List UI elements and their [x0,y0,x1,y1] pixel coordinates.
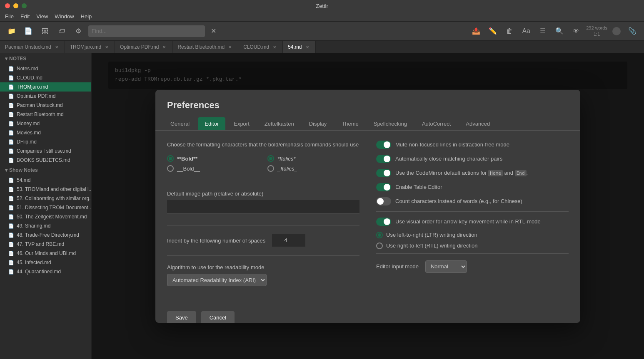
content-area: buildpkg -p repo-add TROMrepo.db.tar.gz … [92,53,644,359]
file-icon: 📄 [8,187,14,192]
menu-file[interactable]: File [5,13,14,20]
tab-close-54[interactable]: ✕ [305,44,310,50]
tab-theme[interactable]: Theme [335,117,365,130]
word-count: 292 words 1:1 [586,25,607,37]
tab-pacman[interactable]: Pacman Unstuck.md ✕ [0,41,65,53]
notes-section-header[interactable]: ▾ NOTES [0,53,91,64]
sidebar-item-51[interactable]: 📄 51. Dissecting TROM Document... [0,203,91,212]
radio-bold-underscore[interactable]: __Bold__ [167,165,259,172]
sidebar-item-pacman[interactable]: 📄 Pacman Unstuck.md [0,101,91,110]
tab-close-tromjaro[interactable]: ✕ [104,44,110,50]
toggle-visual-order[interactable] [376,218,391,226]
sidebar-item-optimize[interactable]: 📄 Optimize PDF.md [0,92,91,101]
toggle-close-pairs[interactable] [376,155,391,163]
cancel-button[interactable]: Cancel [201,311,235,323]
tab-tromjaro[interactable]: TROMjaro.md ✕ [65,41,115,53]
tab-restart[interactable]: Restart Bluetooth.md ✕ [172,41,238,53]
circle-button[interactable] [612,27,621,35]
menu-edit[interactable]: Edit [20,13,30,20]
sidebar-item-dflip[interactable]: 📄 DFlip.md [0,137,91,146]
menu-help[interactable]: Help [81,13,92,20]
toggle-codemirror[interactable] [376,169,391,177]
indent-label: Indent by the following number of spaces [167,238,265,244]
tab-close-pacman[interactable]: ✕ [54,44,60,50]
open-folder-button[interactable]: 📁 [5,25,18,38]
sidebar-item-45[interactable]: 📄 45. Infected.md [0,258,91,267]
tab-editor[interactable]: Editor [198,117,225,130]
sidebar-item-books[interactable]: 📄 BOOKS SUBJETCS.md [0,156,91,165]
sidebar-item-44[interactable]: 📄 44. Quarantined.md [0,267,91,276]
tab-close-optimize[interactable]: ✕ [161,44,167,50]
sidebar-item-restart[interactable]: 📄 Restart Bluetooth.md [0,110,91,119]
sidebar-item-53[interactable]: 📄 53. TROMland and other digital l... [0,185,91,194]
settings-button[interactable]: ⚙ [72,25,85,38]
algorithm-row: Algorithm to use for the readability mod… [167,264,359,286]
indent-input[interactable] [272,234,305,247]
sidebar-item-49[interactable]: 📄 49. Sharing.md [0,221,91,230]
save-button[interactable]: Save [167,311,196,323]
close-button[interactable] [5,3,10,8]
file-icon: 📄 [8,214,14,220]
sidebar-item-companies[interactable]: 📄 Companies I still use.md [0,146,91,156]
algorithm-select[interactable]: Automated Readability Index (ARI) Colema… [167,274,267,286]
edit-button[interactable]: ✏️ [486,25,499,38]
sidebar-item-tromjaro[interactable]: 📄 TROMjaro.md [0,82,91,92]
image-path-input[interactable] [167,200,359,213]
tab-spellchecking[interactable]: Spellchecking [367,117,414,130]
sidebar-item-47[interactable]: 📄 47. TVP and RBE.md [0,240,91,249]
sidebar-item-notes[interactable]: 📄 Notes.md [0,64,91,73]
sidebar-item-50[interactable]: 📄 50. The Zeitgeist Movement.md [0,212,91,221]
tab-general[interactable]: General [164,117,196,130]
menu-window[interactable]: Window [55,13,74,20]
file-icon: 📄 [8,66,14,72]
format-button[interactable]: Aa [519,25,533,38]
tab-cloud[interactable]: CLOUD.md ✕ [238,41,283,53]
sidebar-item-54[interactable]: 📄 54.md [0,176,91,185]
tag-button[interactable]: 🏷 [55,25,68,38]
preview-button[interactable]: 👁 [569,25,583,38]
toggle-table-editor[interactable] [376,183,391,191]
maximize-button[interactable] [22,3,27,8]
sidebar-item-48[interactable]: 📄 48. Trade-Free Directory.md [0,230,91,240]
menu-view[interactable]: View [36,13,48,20]
radio-indicator [376,232,383,238]
tab-close-restart[interactable]: ✕ [227,44,233,50]
image-path-label: Default image path (relative or absolute… [167,191,359,197]
sidebar-item-52[interactable]: 📄 52. Collaborating with similar org... [0,194,91,203]
sidebar-item-money[interactable]: 📄 Money.md [0,119,91,128]
direction-ltr-radio[interactable]: Use left-to-right (LTR) writing directio… [376,232,569,238]
toggle-count-chars-label: Count characters instead of words (e.g.,… [395,198,522,204]
radio-italic-underscore[interactable]: _Italics_ [267,165,359,172]
radio-italic-asterisk[interactable]: *Italics* [267,155,359,162]
sidebar-item-movies[interactable]: 📄 Movies.md [0,128,91,137]
delete-button[interactable]: 🗑 [503,25,516,38]
direction-rtl-radio[interactable]: Use right-to-left (RTL) writing directio… [376,243,569,249]
show-notes-label: Show Notes [9,167,38,173]
image-button[interactable]: 🖼 [38,25,52,38]
tab-autocorrect[interactable]: AutoCorrect [415,117,457,130]
search-close-button[interactable]: ✕ [207,25,220,38]
tab-close-cloud[interactable]: ✕ [272,44,277,50]
tab-optimize[interactable]: Optimize PDF.md ✕ [115,41,172,53]
search-text-button[interactable]: 🔍 [553,25,566,38]
link-button[interactable]: 📎 [626,25,639,38]
search-input[interactable] [88,25,205,37]
tab-advanced[interactable]: Advanced [459,117,497,130]
tab-54[interactable]: 54.md ✕ [283,41,315,53]
tab-zettelkasten[interactable]: Zettelkasten [258,117,301,130]
preferences-modal-overlay: Preferences General Editor Export Zettel… [92,53,644,359]
tab-display[interactable]: Display [302,117,334,130]
export-button[interactable]: 📤 [469,25,483,38]
new-file-button[interactable]: 📄 [22,25,35,38]
tab-export[interactable]: Export [227,117,256,130]
radio-bold-asterisk[interactable]: **Bold** [167,155,259,162]
paragraph-button[interactable]: ☰ [536,25,549,38]
toggle-count-chars[interactable] [376,197,391,205]
toggle-mute[interactable] [376,141,391,149]
divider [167,255,359,256]
sidebar-item-46[interactable]: 📄 46. Our Minds and UBI.md [0,249,91,258]
minimize-button[interactable] [13,3,18,8]
editor-input-mode-select[interactable]: Normal Vim Emacs [425,260,467,273]
show-notes-section-header[interactable]: ▾ Show Notes [0,165,91,176]
sidebar-item-cloud[interactable]: 📄 CLOUD.md [0,73,91,82]
